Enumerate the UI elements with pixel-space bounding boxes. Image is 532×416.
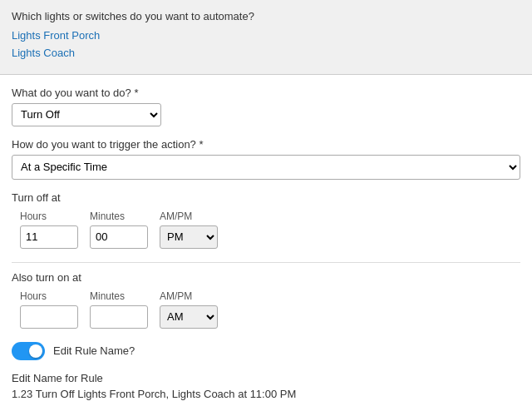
how-trigger-select[interactable]: At a Specific Time At Sunrise At Sunset <box>12 155 520 180</box>
turn-off-minutes-input[interactable] <box>90 225 148 249</box>
turn-on-at-group: Also turn on at Hours Minutes AM/PM AM P… <box>12 271 520 329</box>
toggle-slider <box>12 342 45 360</box>
what-todo-label: What do you want to do? * <box>12 87 520 99</box>
edit-name-section: Edit Name for Rule 1.23 Turn Off Lights … <box>12 372 520 400</box>
turn-on-minutes-input[interactable] <box>90 305 148 329</box>
turn-on-minutes-label: Minutes <box>90 290 148 302</box>
turn-on-minutes-field: Minutes <box>90 290 148 329</box>
turn-off-at-label: Turn off at <box>12 191 520 204</box>
turn-off-at-group: Turn off at Hours Minutes AM/PM AM PM <box>12 191 520 249</box>
turn-off-hours-field: Hours <box>20 210 78 249</box>
turn-off-ampm-field: AM/PM AM PM <box>160 210 218 249</box>
lights-coach-link[interactable]: Lights Coach <box>12 45 520 62</box>
how-trigger-label: How do you want to trigger the action? * <box>12 138 520 151</box>
what-todo-select[interactable]: Turn Off Turn On Dim <box>12 103 161 126</box>
turn-off-time-row: Hours Minutes AM/PM AM PM <box>12 210 520 249</box>
top-section: Which lights or switches do you want to … <box>0 0 532 75</box>
turn-on-hours-label: Hours <box>20 290 78 302</box>
turn-on-hours-field: Hours <box>20 290 78 329</box>
lights-front-porch-link[interactable]: Lights Front Porch <box>12 27 520 45</box>
turn-off-hours-label: Hours <box>20 210 78 222</box>
toggle-label: Edit Rule Name? <box>53 344 135 357</box>
turn-on-ampm-field: AM/PM AM PM <box>160 290 218 329</box>
turn-on-hours-input[interactable] <box>20 305 78 329</box>
how-trigger-group: How do you want to trigger the action? *… <box>12 138 520 180</box>
turn-on-at-label: Also turn on at <box>12 271 520 284</box>
turn-on-ampm-label: AM/PM <box>160 290 218 302</box>
divider <box>12 262 520 263</box>
turn-off-ampm-label: AM/PM <box>160 210 218 222</box>
edit-name-title: Edit Name for Rule <box>12 372 520 384</box>
main-content: What do you want to do? * Turn Off Turn … <box>0 75 532 412</box>
automate-question: Which lights or switches do you want to … <box>12 10 520 22</box>
turn-on-time-row: Hours Minutes AM/PM AM PM <box>12 290 520 329</box>
toggle-switch[interactable] <box>12 342 45 360</box>
toggle-row: Edit Rule Name? <box>12 342 520 360</box>
turn-off-ampm-select[interactable]: AM PM <box>160 225 218 249</box>
turn-on-ampm-select[interactable]: AM PM <box>160 305 218 329</box>
edit-name-value: 1.23 Turn Off Lights Front Porch, Lights… <box>12 388 520 400</box>
turn-off-minutes-field: Minutes <box>90 210 148 249</box>
turn-off-hours-input[interactable] <box>20 225 78 249</box>
turn-off-minutes-label: Minutes <box>90 210 148 222</box>
what-todo-group: What do you want to do? * Turn Off Turn … <box>12 87 520 126</box>
